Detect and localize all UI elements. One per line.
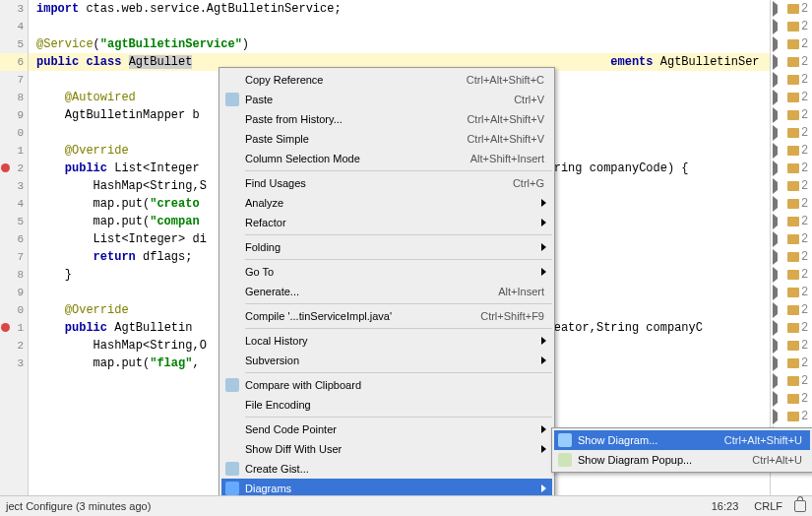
- ctx-go-to[interactable]: Go To: [221, 262, 552, 282]
- folder-icon: [787, 163, 799, 173]
- ctx-send-code-pointer[interactable]: Send Code Pointer: [221, 419, 552, 439]
- diagrams-submenu[interactable]: Show Diagram...Ctrl+Alt+Shift+UShow Diag…: [551, 427, 812, 473]
- status-bar: ject Configure (3 minutes ago) 16:23 CRL…: [0, 495, 812, 516]
- project-folder-strip[interactable]: 2222222222222222222222222: [770, 0, 812, 496]
- folder-icon: [787, 75, 799, 85]
- submenu-arrow-icon: [541, 356, 546, 364]
- folder-label: 2: [801, 108, 808, 122]
- folder-row[interactable]: 2: [771, 160, 812, 177]
- ctx-show-diff-with-user[interactable]: Show Diff With User: [221, 439, 552, 459]
- list-decl: List<Integer>: [94, 232, 193, 246]
- status-left: ject Configure (3 minutes ago): [6, 500, 151, 512]
- folder-row[interactable]: 2: [771, 142, 812, 160]
- ret-type-2: AgtBulletin: [114, 321, 192, 335]
- folder-row[interactable]: 2: [771, 35, 812, 53]
- ctx-find-usages[interactable]: Find UsagesCtrl+G: [221, 173, 552, 193]
- ctx-label: Generate...: [245, 286, 498, 297]
- service-annotation: @Service: [36, 37, 94, 51]
- kw-implements: ements: [610, 55, 653, 69]
- ctx-refactor[interactable]: Refactor: [221, 213, 552, 232]
- kw-public-class: public class: [36, 55, 129, 69]
- import-path: ctas.web.service.AgtBulletinService;: [79, 2, 341, 16]
- gutter-12[interactable]: 2: [0, 160, 28, 177]
- sub-show-diagram[interactable]: Show Diagram...Ctrl+Alt+Shift+U: [554, 430, 810, 450]
- folder-row[interactable]: 2: [771, 53, 812, 71]
- ctx-compile-tinserviceimpl-java[interactable]: Compile '...tinServiceImpl.java'Ctrl+Shi…: [221, 306, 552, 326]
- put-15-str: "compan: [150, 215, 199, 228]
- folder-row[interactable]: 2: [771, 18, 812, 35]
- lock-icon[interactable]: [794, 500, 806, 512]
- folder-icon: [787, 57, 799, 67]
- ctx-column-selection-mode[interactable]: Column Selection ModeAlt+Shift+Insert: [221, 149, 552, 168]
- expand-arrow-icon: [773, 409, 785, 424]
- folder-row[interactable]: 2: [771, 266, 812, 284]
- expand-arrow-icon: [773, 196, 785, 212]
- folder-row[interactable]: 2: [771, 71, 812, 89]
- hashmap-13: HashMap<String,S: [94, 179, 207, 193]
- folder-label: 2: [801, 73, 808, 87]
- ctx-paste[interactable]: PasteCtrl+V: [221, 90, 552, 109]
- folder-row[interactable]: 2: [771, 195, 812, 213]
- ctx-generate[interactable]: Generate...Alt+Insert: [221, 282, 552, 301]
- folder-row[interactable]: 2: [771, 284, 812, 301]
- ctx-label: Refactor: [245, 217, 544, 228]
- ctx-label: Column Selection Mode: [245, 153, 470, 164]
- folder-row[interactable]: 2: [771, 390, 812, 408]
- diagram-icon: [558, 453, 572, 467]
- folder-icon: [787, 341, 799, 351]
- sub-shortcut: Ctrl+Alt+U: [752, 454, 802, 466]
- param-2: reator,String companyC: [547, 321, 703, 335]
- folder-row[interactable]: 2: [771, 248, 812, 266]
- ctx-label: Create Gist...: [245, 463, 544, 475]
- folder-label: 2: [801, 321, 808, 335]
- ctx-folding[interactable]: Folding: [221, 237, 552, 257]
- expand-arrow-icon: [773, 249, 785, 265]
- expand-arrow-icon: [773, 231, 785, 247]
- folder-label: 2: [801, 144, 808, 158]
- folder-icon: [787, 288, 799, 297]
- submenu-arrow-icon: [541, 425, 546, 433]
- ctx-analyze[interactable]: Analyze: [221, 193, 552, 213]
- gutter-17: 7: [0, 248, 28, 266]
- folder-row[interactable]: 2: [771, 106, 812, 124]
- folder-icon: [787, 394, 799, 404]
- folder-row[interactable]: 2: [771, 213, 812, 230]
- folder-row[interactable]: 2: [771, 319, 812, 337]
- folder-label: 2: [801, 55, 808, 69]
- ret-type-1: List<Integer: [114, 161, 199, 175]
- context-menu[interactable]: Copy ReferenceCtrl+Alt+Shift+CPasteCtrl+…: [219, 67, 555, 516]
- gutter-19: 9: [0, 284, 28, 301]
- folder-row[interactable]: 2: [771, 230, 812, 248]
- expand-arrow-icon: [773, 373, 785, 389]
- folder-label: 2: [801, 215, 808, 228]
- folder-row[interactable]: 2: [771, 177, 812, 195]
- folder-row[interactable]: 2: [771, 372, 812, 390]
- ctx-subversion[interactable]: Subversion: [221, 351, 552, 370]
- folder-row[interactable]: 2: [771, 337, 812, 355]
- expand-arrow-icon: [773, 302, 785, 318]
- ctx-label: Analyze: [245, 197, 544, 209]
- submenu-arrow-icon: [541, 243, 546, 251]
- ctx-paste-simple[interactable]: Paste SimpleCtrl+Alt+Shift+V: [221, 129, 552, 149]
- expand-arrow-icon: [773, 36, 785, 52]
- ctx-paste-from-history[interactable]: Paste from History...Ctrl+Alt+Shift+V: [221, 109, 552, 129]
- folder-row[interactable]: 2: [771, 408, 812, 425]
- ctx-compare-with-clipboard[interactable]: Compare with Clipboard: [221, 375, 552, 395]
- sub-show-diagram-popup[interactable]: Show Diagram Popup...Ctrl+Alt+U: [554, 450, 810, 470]
- folder-row[interactable]: 2: [771, 124, 812, 142]
- ctx-label: Copy Reference: [245, 74, 467, 86]
- ctx-create-gist[interactable]: Create Gist...: [221, 459, 552, 479]
- gutter-21[interactable]: 1: [0, 319, 28, 337]
- folder-label: 2: [801, 161, 808, 175]
- expand-arrow-icon: [773, 161, 785, 176]
- expand-arrow-icon: [773, 214, 785, 229]
- folder-row[interactable]: 2: [771, 89, 812, 106]
- ctx-file-encoding[interactable]: File Encoding: [221, 395, 552, 415]
- expand-arrow-icon: [773, 338, 785, 354]
- submenu-arrow-icon: [541, 445, 546, 453]
- ctx-copy-reference[interactable]: Copy ReferenceCtrl+Alt+Shift+C: [221, 70, 552, 90]
- folder-row[interactable]: 2: [771, 301, 812, 319]
- folder-row[interactable]: 2: [771, 355, 812, 372]
- ctx-local-history[interactable]: Local History: [221, 331, 552, 351]
- folder-row[interactable]: 2: [771, 0, 812, 18]
